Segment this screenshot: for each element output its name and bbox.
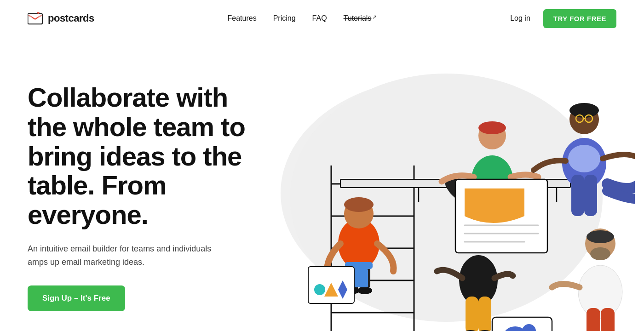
- hero-left: Collaborate with the whole team to bring…: [28, 55, 267, 311]
- svg-point-32: [459, 255, 498, 306]
- svg-point-44: [568, 145, 600, 172]
- hero-illustration: [258, 46, 635, 331]
- svg-point-23: [314, 284, 325, 295]
- nav-pricing[interactable]: Pricing: [273, 14, 296, 23]
- svg-point-49: [590, 247, 610, 260]
- login-link[interactable]: Log in: [510, 14, 530, 23]
- hero-section: Collaborate with the whole team to bring…: [0, 37, 644, 331]
- hero-subtitle: An intuitive email builder for teams and…: [28, 242, 221, 269]
- svg-point-39: [569, 103, 599, 118]
- svg-point-15: [344, 197, 374, 212]
- nav-links: Features Pricing FAQ Tutorials: [228, 14, 377, 23]
- table-card: [455, 179, 547, 253]
- hero-title: Collaborate with the whole team to bring…: [28, 83, 267, 229]
- svg-point-19: [357, 287, 372, 294]
- signup-button[interactable]: Sign Up – It's Free: [28, 285, 125, 311]
- nav-faq[interactable]: FAQ: [312, 14, 327, 23]
- svg-rect-51: [586, 308, 600, 331]
- logo-icon: [28, 12, 44, 25]
- svg-point-50: [578, 265, 622, 319]
- nav-features[interactable]: Features: [228, 14, 257, 23]
- nav-tutorials[interactable]: Tutorials: [344, 14, 377, 23]
- svg-rect-45: [571, 175, 584, 216]
- svg-point-48: [586, 230, 614, 243]
- svg-rect-52: [601, 308, 615, 331]
- svg-point-27: [478, 121, 506, 134]
- logo-wordmark: postcards: [48, 12, 94, 24]
- try-for-free-button[interactable]: TRY FOR FREE: [543, 9, 616, 28]
- nav-right: Log in TRY FOR FREE: [510, 9, 616, 28]
- navbar: postcards Features Pricing FAQ Tutorials…: [0, 0, 644, 37]
- logo[interactable]: postcards: [28, 12, 94, 25]
- svg-rect-34: [478, 297, 491, 331]
- svg-rect-33: [466, 297, 478, 331]
- svg-rect-46: [584, 175, 597, 216]
- hero-right: [258, 55, 616, 331]
